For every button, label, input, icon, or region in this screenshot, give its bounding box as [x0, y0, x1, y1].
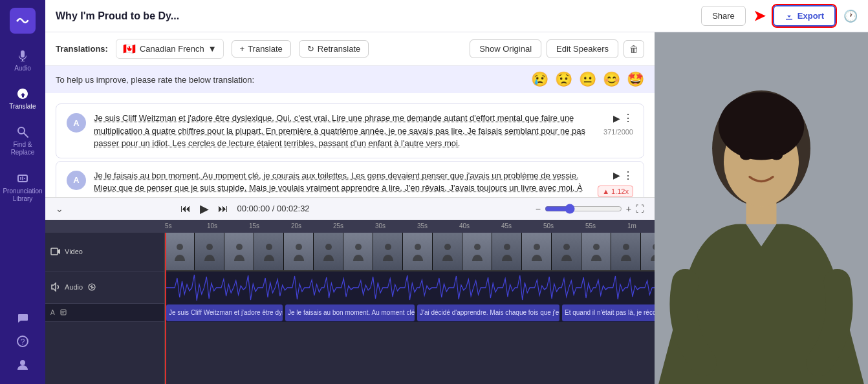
- emoji-3[interactable]: 😐: [579, 71, 596, 88]
- sidebar-item-chat[interactable]: [4, 306, 41, 330]
- language-name: Canadian French: [140, 44, 204, 54]
- collapse-button[interactable]: ⌄: [56, 204, 63, 214]
- skip-back-button[interactable]: ⏮: [180, 203, 191, 215]
- svg-rect-14: [61, 310, 66, 315]
- subtitle-seg-4[interactable]: Et quand il n'était pas là, je réco...: [562, 304, 655, 321]
- sidebar-item-pronunciation-label: PronunciationLibrary: [3, 187, 42, 203]
- speed-warning-badge: ▲ 1.12x: [598, 186, 633, 197]
- svg-point-31: [593, 244, 600, 250]
- emoji-5[interactable]: 🤩: [627, 71, 644, 88]
- tick-55s: 55s: [585, 222, 627, 229]
- show-original-button[interactable]: Show Original: [470, 39, 541, 58]
- play-pause-button[interactable]: ▶: [200, 202, 209, 216]
- export-button[interactable]: Export: [773, 5, 836, 27]
- segment-2-controls: ▶ ⋮: [613, 169, 633, 182]
- subtitle-seg-3[interactable]: J'ai décidé d'apprendre. Mais chaque foi…: [417, 304, 559, 321]
- zoom-out-icon[interactable]: −: [536, 204, 541, 214]
- sidebar-item-translate[interactable]: Translate: [4, 82, 41, 115]
- tick-35s: 35s: [417, 222, 459, 229]
- header: Why I'm Proud to be Dy... Share ➤ Export…: [45, 0, 868, 32]
- warning-icon: ▲: [602, 187, 609, 195]
- content-area: Translations: 🇨🇦 Canadian French ▼ + Tra…: [45, 32, 868, 384]
- audio-waveform: [165, 272, 655, 304]
- video-track-label: Video: [45, 233, 164, 272]
- track-content: Je suis Cliff Weitzman et j'adore être d…: [165, 233, 655, 385]
- header-actions: Share ➤ Export 🕐: [701, 5, 858, 27]
- frame-4: [254, 233, 284, 270]
- frame-7: [343, 233, 373, 270]
- speed-value: 1.12x: [611, 187, 629, 195]
- sidebar-item-account[interactable]: [4, 353, 41, 376]
- segment-1-text[interactable]: Je suis Cliff Weitzman et j'adore être d…: [94, 112, 596, 150]
- sidebar-item-help[interactable]: ?: [4, 330, 41, 353]
- sidebar-bottom: ?: [4, 306, 41, 376]
- tick-20s: 20s: [291, 222, 333, 229]
- speaker-avatar-2: A: [67, 171, 86, 190]
- export-arrow: ➤: [754, 8, 765, 25]
- svg-point-17: [177, 244, 183, 250]
- plus-icon: +: [240, 44, 245, 54]
- audio-settings-icon[interactable]: [88, 283, 96, 291]
- sidebar-item-find-label: Find &Replace: [11, 141, 35, 156]
- tick-10s: 10s: [207, 222, 249, 229]
- sidebar-item-pronunciation[interactable]: PronunciationLibrary: [4, 167, 41, 208]
- refresh-icon: ↻: [307, 44, 314, 54]
- zoom-slider[interactable]: [545, 204, 622, 214]
- playback-controls: ⏮ ▶ ⏭ 00:00:00 / 00:02:32: [180, 202, 310, 216]
- play-button-2[interactable]: ▶: [613, 170, 620, 180]
- skip-forward-button[interactable]: ⏭: [218, 203, 228, 215]
- more-button-2[interactable]: ⋮: [623, 169, 633, 182]
- time-separator: /: [272, 204, 277, 213]
- emoji-1[interactable]: 😢: [531, 71, 548, 88]
- left-area: Translations: 🇨🇦 Canadian French ▼ + Tra…: [45, 32, 655, 384]
- frame-2: [195, 233, 224, 270]
- history-icon[interactable]: 🕐: [843, 9, 858, 23]
- frame-3: [224, 233, 254, 270]
- frame-12: [492, 233, 522, 270]
- app-logo[interactable]: [10, 8, 36, 34]
- frame-15: [581, 233, 611, 270]
- edit-speakers-button[interactable]: Edit Speakers: [547, 39, 618, 58]
- total-time: 00:02:32: [277, 204, 310, 213]
- subtitle-seg-2[interactable]: Je le faisais au bon moment. Au moment c…: [285, 304, 415, 321]
- tick-30s: 30s: [375, 222, 417, 229]
- emoji-2[interactable]: 😟: [555, 71, 572, 88]
- frame-17: [641, 233, 655, 270]
- fullscreen-icon[interactable]: ⛶: [635, 204, 644, 214]
- timeline-ruler: 5s 10s 15s 20s 25s 30s 35s 40s 45s 50s 5…: [45, 220, 655, 233]
- emoji-4[interactable]: 😊: [603, 71, 620, 88]
- language-selector[interactable]: 🇨🇦 Canadian French ▼: [116, 39, 224, 59]
- svg-point-27: [474, 244, 481, 250]
- audio-icon: [50, 282, 61, 292]
- frame-11: [462, 233, 492, 270]
- track-labels: Video Audio: [45, 233, 165, 385]
- audio-label-text: Audio: [65, 283, 83, 291]
- subtitle-seg-1[interactable]: Je suis Cliff Weitzman et j'adore être d…: [166, 304, 283, 321]
- svg-line-2: [24, 133, 28, 137]
- segment-2-text[interactable]: Je le faisais au bon moment. Au moment c…: [94, 169, 590, 197]
- retranslate-button[interactable]: ↻ Retranslate: [299, 40, 369, 58]
- translation-toolbar: Translations: 🇨🇦 Canadian French ▼ + Tra…: [45, 32, 655, 66]
- sidebar-item-audio-label: Audio: [14, 65, 31, 72]
- tick-45s: 45s: [501, 222, 543, 229]
- timeline: 5s 10s 15s 20s 25s 30s 35s 40s 45s 50s 5…: [45, 220, 655, 385]
- video-preview-content: [655, 32, 868, 384]
- play-button-1[interactable]: ▶: [613, 113, 620, 123]
- translate-button[interactable]: + Translate: [232, 40, 291, 58]
- sidebar: Audio Translate Find &Replace Pronunciat…: [0, 0, 45, 384]
- svg-point-28: [504, 244, 510, 250]
- frame-6: [314, 233, 343, 270]
- tick-50s: 50s: [543, 222, 585, 229]
- sidebar-item-audio[interactable]: Audio: [4, 44, 41, 77]
- more-button-1[interactable]: ⋮: [623, 112, 633, 124]
- delete-button[interactable]: 🗑: [624, 40, 644, 58]
- svg-point-9: [20, 360, 25, 365]
- sidebar-item-find-replace[interactable]: Find &Replace: [4, 120, 41, 162]
- char-count-1: 371/2000: [603, 128, 633, 136]
- svg-point-32: [623, 244, 629, 250]
- svg-point-18: [206, 244, 213, 250]
- share-button[interactable]: Share: [701, 6, 746, 26]
- zoom-in-icon[interactable]: +: [626, 204, 631, 214]
- segment-1-actions: ▶ ⋮ 371/2000: [603, 112, 633, 136]
- frame-16: [611, 233, 641, 270]
